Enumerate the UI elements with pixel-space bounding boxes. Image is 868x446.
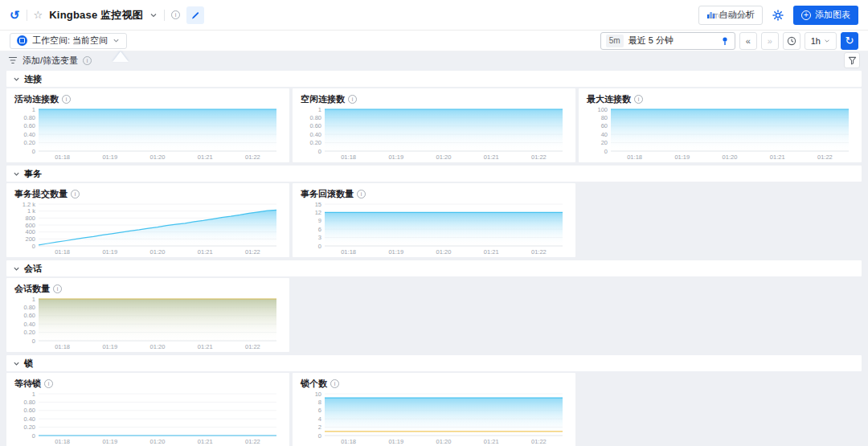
svg-text:1: 1 <box>32 391 35 398</box>
chart-card-active-connections[interactable]: 活动连接数i00.200.400.600.80101:1801:1901:200… <box>6 88 289 162</box>
step-forward-button[interactable]: » <box>761 32 779 50</box>
workspace-select[interactable]: 工作空间: 当前空间 <box>10 33 127 49</box>
history-clock-button[interactable] <box>783 32 800 50</box>
info-icon[interactable]: i <box>171 10 180 19</box>
svg-text:01:21: 01:21 <box>198 248 213 256</box>
info-icon[interactable]: i <box>83 56 92 65</box>
pin-icon[interactable] <box>720 36 730 46</box>
sub-toolbar: 工作空间: 当前空间 5m 最近 5 分钟 « » 1h ↻ <box>0 31 868 51</box>
svg-text:01:22: 01:22 <box>245 153 260 161</box>
popover-arrow <box>113 51 129 62</box>
info-icon[interactable]: i <box>330 379 339 388</box>
chevron-down-icon <box>13 76 20 83</box>
back-icon[interactable]: ↺ <box>10 8 20 23</box>
add-chart-button[interactable]: + 添加图表 <box>793 6 858 25</box>
page-title: Kingbase 监控视图 <box>49 8 143 23</box>
svg-text:1: 1 <box>318 106 321 113</box>
info-icon[interactable]: i <box>348 95 357 104</box>
clock-icon <box>787 36 796 46</box>
svg-text:01:18: 01:18 <box>55 248 70 256</box>
svg-text:100: 100 <box>597 106 608 113</box>
svg-text:01:18: 01:18 <box>55 153 70 161</box>
info-icon[interactable]: i <box>634 95 643 104</box>
chart-row: 活动连接数i00.200.400.600.80101:1801:1901:200… <box>6 88 862 162</box>
utc-offset-label: UTC+08:00 <box>709 12 746 20</box>
svg-text:01:22: 01:22 <box>245 438 260 445</box>
refresh-interval-select[interactable]: 1h <box>805 32 837 50</box>
section-header-0[interactable]: 连接 <box>6 71 862 87</box>
info-icon[interactable]: i <box>44 379 53 388</box>
svg-text:01:19: 01:19 <box>388 153 403 161</box>
svg-text:01:22: 01:22 <box>245 343 260 350</box>
chevron-down-icon <box>13 360 20 367</box>
svg-text:0: 0 <box>32 432 35 440</box>
section-title: 连接 <box>24 73 42 85</box>
time-tag: 5m <box>606 35 624 47</box>
chart-title: 等待锁 <box>14 378 41 390</box>
funnel-filter-button[interactable] <box>844 52 860 68</box>
svg-text:01:18: 01:18 <box>55 343 70 350</box>
svg-text:01:20: 01:20 <box>150 248 166 256</box>
svg-text:0: 0 <box>32 148 35 155</box>
chevron-down-icon <box>113 37 120 44</box>
svg-text:01:18: 01:18 <box>341 248 356 256</box>
star-icon[interactable]: ☆ <box>34 9 43 21</box>
svg-text:2: 2 <box>318 423 321 431</box>
step-back-button[interactable]: « <box>739 32 757 50</box>
svg-text:01:20: 01:20 <box>436 153 452 161</box>
section-1: 事务事务提交数量i02004006008001 k1.2 k01:1801:19… <box>6 166 862 257</box>
chart-card-tx-commits[interactable]: 事务提交数量i02004006008001 k1.2 k01:1801:1901… <box>6 183 289 257</box>
svg-text:01:20: 01:20 <box>150 438 166 445</box>
chart-title: 会话数量 <box>14 283 50 295</box>
chevron-down-icon[interactable] <box>149 11 158 19</box>
svg-text:01:21: 01:21 <box>198 438 213 445</box>
section-header-2[interactable]: 会话 <box>6 260 862 276</box>
svg-text:200: 200 <box>25 235 35 243</box>
svg-text:01:21: 01:21 <box>198 153 213 161</box>
svg-text:01:21: 01:21 <box>484 438 499 445</box>
chevron-down-icon <box>824 38 830 44</box>
chart-card-lock-wait[interactable]: 等待锁i00.200.400.600.80101:1801:1901:2001:… <box>6 373 289 446</box>
info-icon[interactable]: i <box>357 190 366 198</box>
header-left-group: ↺ ☆ Kingbase 监控视图 i <box>10 6 204 24</box>
workspace-label: 工作空间: 当前空间 <box>32 35 108 47</box>
info-icon[interactable]: i <box>71 190 80 198</box>
svg-text:400: 400 <box>25 228 35 235</box>
chart-card-max-connections[interactable]: 最大连接数i02040608010001:1801:1901:2001:2101… <box>579 88 862 162</box>
chart-plot-lock-count: 024681001:1801:1901:2001:2101:22 <box>301 391 567 445</box>
chart-card-lock-count[interactable]: 锁个数i024681001:1801:1901:2001:2101:22 <box>293 373 575 446</box>
divider <box>164 10 165 21</box>
gear-icon[interactable] <box>769 6 787 24</box>
chart-card-tx-rollbacks[interactable]: 事务回滚数量i0369121501:1801:1901:2001:2101:22 <box>293 183 575 257</box>
info-icon[interactable]: i <box>53 284 62 293</box>
svg-text:60: 60 <box>601 122 608 129</box>
svg-text:0.60: 0.60 <box>23 122 35 129</box>
info-icon[interactable]: i <box>62 95 71 104</box>
svg-text:1 k: 1 k <box>27 207 35 215</box>
svg-text:0: 0 <box>32 338 35 345</box>
svg-text:01:18: 01:18 <box>55 438 70 445</box>
divider <box>27 10 27 21</box>
svg-text:20: 20 <box>601 139 608 146</box>
svg-text:0.20: 0.20 <box>23 139 35 146</box>
edit-icon[interactable] <box>186 6 204 24</box>
svg-text:0: 0 <box>604 148 608 155</box>
chart-row: 事务提交数量i02004006008001 k1.2 k01:1801:1901… <box>6 183 862 257</box>
svg-text:800: 800 <box>25 215 35 222</box>
chevron-down-icon <box>13 265 20 272</box>
time-range-picker[interactable]: 5m 最近 5 分钟 <box>600 32 735 50</box>
filter-lines-icon[interactable] <box>8 55 18 65</box>
chevron-down-icon <box>13 170 20 178</box>
svg-text:01:19: 01:19 <box>674 153 690 161</box>
svg-text:01:21: 01:21 <box>484 153 499 161</box>
chart-card-sessions[interactable]: 会话数量i00.200.400.600.80101:1801:1901:2001… <box>6 278 289 352</box>
chart-card-idle-connections[interactable]: 空闲连接数i00.200.400.600.80101:1801:1901:200… <box>293 88 575 162</box>
svg-text:8: 8 <box>318 399 321 406</box>
svg-text:01:19: 01:19 <box>102 343 117 350</box>
section-header-3[interactable]: 锁 <box>6 355 862 371</box>
svg-text:6: 6 <box>318 226 321 233</box>
svg-text:0: 0 <box>318 432 321 440</box>
refresh-button[interactable]: ↻ <box>841 32 858 50</box>
section-header-1[interactable]: 事务 <box>6 166 862 182</box>
svg-text:01:22: 01:22 <box>531 438 547 445</box>
